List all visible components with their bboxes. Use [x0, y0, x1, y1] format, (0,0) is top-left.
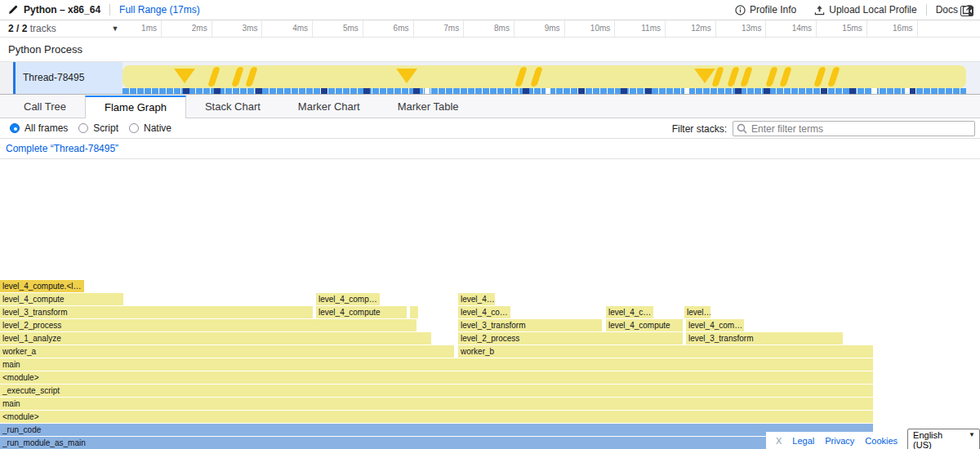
flame-graph-canvas[interactable]: level_4_compute.<l…level_4_computelevel_… — [0, 159, 980, 449]
tab-stack-chart[interactable]: Stack Chart — [186, 96, 279, 118]
flame-frame-level-4-compute[interactable]: level_4_compute — [316, 306, 407, 318]
sample-dark — [321, 88, 327, 94]
marker-triangle[interactable] — [174, 69, 195, 83]
ruler-tick-3ms: 3ms — [212, 20, 262, 37]
filter-stacks-label: Filter stacks: — [672, 123, 727, 135]
marker-slash[interactable] — [827, 67, 840, 87]
marker-slash[interactable] — [514, 67, 528, 87]
ruler-tick-8ms: 8ms — [465, 20, 514, 37]
flame-frame-level-4-c[interactable]: level_4_c… — [606, 306, 653, 318]
marker-slash[interactable] — [207, 67, 220, 87]
flame-frame-level-4[interactable]: level_4… — [458, 293, 495, 305]
marker-slash[interactable] — [765, 67, 778, 87]
radio-label-native: Native — [144, 122, 172, 134]
radio-all-frames[interactable]: All frames — [10, 122, 68, 134]
ruler-tick-13ms: 13ms — [716, 20, 766, 37]
breadcrumb-complete-thread[interactable]: Complete “Thread-78495” — [6, 140, 118, 158]
marker-slash[interactable] — [245, 67, 258, 87]
flame-frame-level-4-compute[interactable]: level_4_compute — [0, 293, 123, 305]
marker-slash[interactable] — [740, 67, 753, 87]
flame-frame-worker-a[interactable]: worker_a — [0, 345, 454, 358]
sample-gap — [546, 88, 550, 94]
sample-dark — [821, 88, 827, 94]
flame-frame-module[interactable]: <module> — [0, 411, 873, 423]
flame-frame-main[interactable]: main — [0, 398, 873, 410]
flame-graph-toolbar: All framesScriptNative Filter stacks: — [0, 118, 980, 139]
edit-pencil-icon[interactable] — [8, 5, 18, 15]
flame-frame-level-3-transform[interactable]: level_3_transform — [686, 332, 843, 345]
marker-triangle[interactable] — [396, 69, 417, 83]
flame-frame-level-2-process[interactable]: level_2_process — [458, 332, 683, 345]
marker-slash[interactable] — [813, 67, 826, 87]
marker-slash[interactable] — [779, 67, 792, 87]
flame-frame-unlabeled[interactable] — [410, 306, 418, 318]
upload-icon — [814, 5, 825, 16]
thread-track-label[interactable]: Thread-78495 — [16, 62, 122, 94]
marker-slash[interactable] — [727, 67, 740, 87]
flame-frame-level-4-compute[interactable]: level_4_compute — [606, 319, 683, 331]
legal-link[interactable]: Legal — [792, 436, 814, 446]
profiler-app: Python – x86_64 Full Range (17ms) Profil… — [0, 0, 980, 449]
marker-slash[interactable] — [530, 67, 543, 87]
sample-gap — [905, 88, 910, 94]
flame-frame-level-2-process[interactable]: level_2_process — [0, 319, 416, 331]
sample-dark — [363, 88, 370, 94]
flame-frame-worker-b[interactable]: worker_b — [458, 345, 873, 358]
track-indent-gutter — [0, 62, 13, 94]
filter-stacks-group: Filter stacks: — [672, 121, 975, 136]
footer-bar: XLegalPrivacyCookiesEnglish (US)▼ — [766, 432, 980, 449]
flame-frame-level-1-analyze[interactable]: level_1_analyze — [0, 332, 431, 345]
track-python-process[interactable]: Python Process — [0, 38, 980, 62]
tab-flame-graph[interactable]: Flame Graph — [85, 96, 186, 118]
ruler-tick-11ms: 11ms — [616, 20, 666, 37]
radio-dot-native[interactable] — [129, 123, 139, 133]
profile-info-button[interactable]: Profile Info — [735, 4, 796, 16]
language-select[interactable]: English (US)▼ — [907, 429, 980, 449]
app-header: Python – x86_64 Full Range (17ms) Profil… — [0, 0, 980, 20]
timeline-ruler[interactable]: 1ms2ms3ms4ms5ms6ms7ms8ms9ms10ms11ms12ms1… — [122, 20, 980, 37]
flame-frame-level-4-compute-l[interactable]: level_4_compute.<l… — [0, 280, 84, 292]
sidebar-toggle-icon[interactable] — [960, 6, 973, 16]
profile-title: Python – x86_64 — [24, 4, 100, 16]
flame-frame-run-code[interactable]: _run_code — [0, 424, 873, 436]
tracks-visible-label: 2 / 2 tracks — [8, 20, 56, 37]
radio-label-script: Script — [93, 122, 118, 134]
flame-frame-level-3-transform[interactable]: level_3_transform — [458, 319, 602, 331]
select-chevron-icon: ▼ — [969, 431, 975, 438]
radio-script[interactable]: Script — [78, 122, 118, 134]
upload-profile-button[interactable]: Upload Local Profile — [814, 4, 916, 16]
privacy-link[interactable]: Privacy — [825, 436, 854, 446]
info-icon — [735, 5, 746, 16]
flame-frame-main[interactable]: main — [0, 358, 873, 371]
tab-marker-table[interactable]: Marker Table — [379, 96, 478, 118]
ruler-tick-6ms: 6ms — [364, 20, 414, 37]
marker-band[interactable] — [122, 65, 966, 88]
flame-frame-level-4-comp[interactable]: level_4_comp… — [316, 293, 380, 305]
flame-frame-level-3-transform[interactable]: level_3_transform — [0, 306, 313, 318]
search-box — [733, 121, 975, 136]
marker-slash[interactable] — [231, 67, 244, 87]
radio-dot-all-frames[interactable] — [10, 123, 20, 133]
sample-strip[interactable] — [122, 88, 966, 94]
ruler-tick-9ms: 9ms — [515, 20, 565, 37]
tab-call-tree[interactable]: Call Tree — [5, 96, 85, 118]
sample-dark — [578, 88, 585, 94]
cookies-link[interactable]: Cookies — [865, 436, 898, 446]
ruler-tick-14ms: 14ms — [767, 20, 817, 37]
flame-frame-execute-script[interactable]: _execute_script — [0, 385, 873, 397]
flame-frame-module[interactable]: <module> — [0, 371, 873, 384]
thread-track-timeline[interactable] — [122, 62, 980, 94]
radio-native[interactable]: Native — [129, 122, 172, 134]
flame-frame-level[interactable]: level… — [684, 306, 710, 318]
tab-marker-chart[interactable]: Marker Chart — [279, 96, 379, 118]
ruler-tick-15ms: 15ms — [817, 20, 867, 37]
filter-stacks-input[interactable] — [733, 121, 975, 136]
flame-frame-level-4-co[interactable]: level_4_co… — [458, 306, 510, 318]
x-link[interactable]: X — [776, 436, 782, 446]
flame-frame-level-4-com[interactable]: level_4_com… — [686, 319, 744, 331]
ruler-tick-10ms: 10ms — [565, 20, 615, 37]
radio-dot-script[interactable] — [78, 123, 88, 133]
flame-frame-run-module-as-main[interactable]: _run_module_as_main — [0, 437, 873, 449]
full-range-button[interactable]: Full Range (17ms) — [119, 4, 200, 16]
track-thread-78495[interactable]: Thread-78495 — [0, 62, 980, 95]
